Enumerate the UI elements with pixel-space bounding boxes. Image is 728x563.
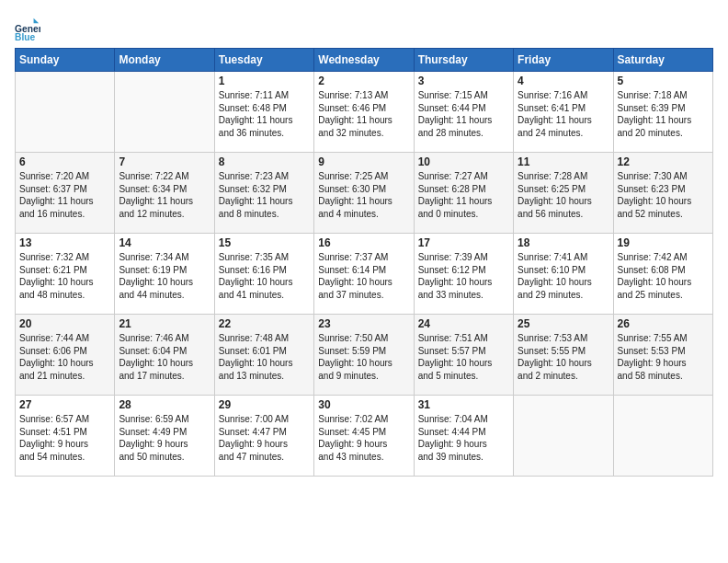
cell-content: Sunrise: 7:55 AM Sunset: 5:53 PM Dayligh… (618, 332, 709, 382)
day-number: 19 (618, 236, 709, 249)
calendar-body: 1Sunrise: 7:11 AM Sunset: 6:48 PM Daylig… (16, 72, 713, 477)
day-number: 13 (19, 236, 110, 249)
cell-content: Sunrise: 7:02 AM Sunset: 4:45 PM Dayligh… (318, 413, 409, 463)
calendar-cell (613, 396, 712, 477)
calendar-week-row: 6Sunrise: 7:20 AM Sunset: 6:37 PM Daylig… (16, 153, 713, 234)
day-number: 22 (219, 317, 310, 330)
calendar-cell: 4Sunrise: 7:16 AM Sunset: 6:41 PM Daylig… (514, 72, 613, 153)
calendar-cell: 23Sunrise: 7:50 AM Sunset: 5:59 PM Dayli… (314, 315, 414, 396)
calendar-cell (16, 72, 115, 153)
calendar-cell: 6Sunrise: 7:20 AM Sunset: 6:37 PM Daylig… (16, 153, 115, 234)
calendar-cell: 16Sunrise: 7:37 AM Sunset: 6:14 PM Dayli… (314, 234, 414, 315)
calendar-cell: 3Sunrise: 7:15 AM Sunset: 6:44 PM Daylig… (414, 72, 513, 153)
calendar-cell: 22Sunrise: 7:48 AM Sunset: 6:01 PM Dayli… (214, 315, 313, 396)
day-number: 30 (318, 398, 409, 411)
cell-content: Sunrise: 7:27 AM Sunset: 6:28 PM Dayligh… (418, 170, 509, 220)
calendar-cell: 26Sunrise: 7:55 AM Sunset: 5:53 PM Dayli… (613, 315, 712, 396)
calendar-cell (115, 72, 214, 153)
day-header-sunday: Sunday (16, 49, 115, 72)
day-number: 23 (318, 317, 409, 330)
cell-content: Sunrise: 7:46 AM Sunset: 6:04 PM Dayligh… (119, 332, 210, 382)
calendar-cell: 21Sunrise: 7:46 AM Sunset: 6:04 PM Dayli… (115, 315, 214, 396)
calendar-cell: 1Sunrise: 7:11 AM Sunset: 6:48 PM Daylig… (214, 72, 313, 153)
cell-content: Sunrise: 7:51 AM Sunset: 5:57 PM Dayligh… (418, 332, 509, 382)
day-number: 14 (119, 236, 210, 249)
cell-content: Sunrise: 7:48 AM Sunset: 6:01 PM Dayligh… (219, 332, 310, 382)
calendar-cell: 29Sunrise: 7:00 AM Sunset: 4:47 PM Dayli… (214, 396, 313, 477)
day-header-tuesday: Tuesday (214, 49, 313, 72)
day-number: 25 (518, 317, 609, 330)
logo-icon: General Blue (15, 15, 40, 40)
day-header-thursday: Thursday (414, 49, 513, 72)
cell-content: Sunrise: 7:53 AM Sunset: 5:55 PM Dayligh… (518, 332, 609, 382)
calendar-cell: 31Sunrise: 7:04 AM Sunset: 4:44 PM Dayli… (414, 396, 513, 477)
cell-content: Sunrise: 7:37 AM Sunset: 6:14 PM Dayligh… (318, 251, 409, 301)
calendar-cell (514, 396, 613, 477)
cell-content: Sunrise: 7:23 AM Sunset: 6:32 PM Dayligh… (219, 170, 310, 220)
calendar-cell: 14Sunrise: 7:34 AM Sunset: 6:19 PM Dayli… (115, 234, 214, 315)
cell-content: Sunrise: 7:42 AM Sunset: 6:08 PM Dayligh… (618, 251, 709, 301)
day-number: 27 (19, 398, 110, 411)
calendar-cell: 11Sunrise: 7:28 AM Sunset: 6:25 PM Dayli… (514, 153, 613, 234)
day-number: 6 (19, 155, 110, 168)
day-number: 3 (418, 75, 509, 87)
cell-content: Sunrise: 7:15 AM Sunset: 6:44 PM Dayligh… (418, 89, 509, 139)
cell-content: Sunrise: 7:04 AM Sunset: 4:44 PM Dayligh… (418, 413, 509, 463)
calendar-cell: 7Sunrise: 7:22 AM Sunset: 6:34 PM Daylig… (115, 153, 214, 234)
calendar-cell: 19Sunrise: 7:42 AM Sunset: 6:08 PM Dayli… (613, 234, 712, 315)
svg-text:Blue: Blue (15, 32, 36, 40)
day-number: 28 (119, 398, 210, 411)
cell-content: Sunrise: 7:41 AM Sunset: 6:10 PM Dayligh… (518, 251, 609, 301)
page-header: General Blue (15, 15, 713, 40)
calendar-cell: 13Sunrise: 7:32 AM Sunset: 6:21 PM Dayli… (16, 234, 115, 315)
day-number: 4 (518, 75, 609, 87)
calendar-table: SundayMondayTuesdayWednesdayThursdayFrid… (15, 48, 713, 477)
cell-content: Sunrise: 7:16 AM Sunset: 6:41 PM Dayligh… (518, 89, 609, 139)
cell-content: Sunrise: 7:32 AM Sunset: 6:21 PM Dayligh… (19, 251, 110, 301)
day-number: 7 (119, 155, 210, 168)
calendar-cell: 17Sunrise: 7:39 AM Sunset: 6:12 PM Dayli… (414, 234, 513, 315)
cell-content: Sunrise: 7:44 AM Sunset: 6:06 PM Dayligh… (19, 332, 110, 382)
cell-content: Sunrise: 7:00 AM Sunset: 4:47 PM Dayligh… (219, 413, 310, 463)
day-number: 8 (219, 155, 310, 168)
day-number: 2 (318, 75, 409, 87)
day-number: 10 (418, 155, 509, 168)
day-number: 12 (618, 155, 709, 168)
day-header-saturday: Saturday (613, 49, 712, 72)
calendar-header-row: SundayMondayTuesdayWednesdayThursdayFrid… (16, 49, 713, 72)
cell-content: Sunrise: 7:11 AM Sunset: 6:48 PM Dayligh… (219, 89, 310, 139)
calendar-cell: 24Sunrise: 7:51 AM Sunset: 5:57 PM Dayli… (414, 315, 513, 396)
day-header-friday: Friday (514, 49, 613, 72)
calendar-week-row: 27Sunrise: 6:57 AM Sunset: 4:51 PM Dayli… (16, 396, 713, 477)
calendar-week-row: 1Sunrise: 7:11 AM Sunset: 6:48 PM Daylig… (16, 72, 713, 153)
logo: General Blue (15, 15, 40, 40)
cell-content: Sunrise: 7:20 AM Sunset: 6:37 PM Dayligh… (19, 170, 110, 220)
day-number: 29 (219, 398, 310, 411)
day-number: 26 (618, 317, 709, 330)
calendar-week-row: 20Sunrise: 7:44 AM Sunset: 6:06 PM Dayli… (16, 315, 713, 396)
calendar-cell: 18Sunrise: 7:41 AM Sunset: 6:10 PM Dayli… (514, 234, 613, 315)
cell-content: Sunrise: 7:25 AM Sunset: 6:30 PM Dayligh… (318, 170, 409, 220)
day-number: 15 (219, 236, 310, 249)
cell-content: Sunrise: 7:28 AM Sunset: 6:25 PM Dayligh… (518, 170, 609, 220)
calendar-cell: 25Sunrise: 7:53 AM Sunset: 5:55 PM Dayli… (514, 315, 613, 396)
day-number: 16 (318, 236, 409, 249)
calendar-cell: 27Sunrise: 6:57 AM Sunset: 4:51 PM Dayli… (16, 396, 115, 477)
day-number: 31 (418, 398, 509, 411)
day-number: 24 (418, 317, 509, 330)
cell-content: Sunrise: 7:13 AM Sunset: 6:46 PM Dayligh… (318, 89, 409, 139)
cell-content: Sunrise: 7:18 AM Sunset: 6:39 PM Dayligh… (618, 89, 709, 139)
calendar-cell: 10Sunrise: 7:27 AM Sunset: 6:28 PM Dayli… (414, 153, 513, 234)
day-number: 9 (318, 155, 409, 168)
calendar-cell: 28Sunrise: 6:59 AM Sunset: 4:49 PM Dayli… (115, 396, 214, 477)
svg-marker-2 (34, 18, 40, 24)
calendar-cell: 2Sunrise: 7:13 AM Sunset: 6:46 PM Daylig… (314, 72, 414, 153)
cell-content: Sunrise: 7:34 AM Sunset: 6:19 PM Dayligh… (119, 251, 210, 301)
cell-content: Sunrise: 7:39 AM Sunset: 6:12 PM Dayligh… (418, 251, 509, 301)
calendar-cell: 9Sunrise: 7:25 AM Sunset: 6:30 PM Daylig… (314, 153, 414, 234)
cell-content: Sunrise: 7:50 AM Sunset: 5:59 PM Dayligh… (318, 332, 409, 382)
day-header-monday: Monday (115, 49, 214, 72)
calendar-cell: 12Sunrise: 7:30 AM Sunset: 6:23 PM Dayli… (613, 153, 712, 234)
day-number: 1 (219, 75, 310, 87)
day-number: 18 (518, 236, 609, 249)
